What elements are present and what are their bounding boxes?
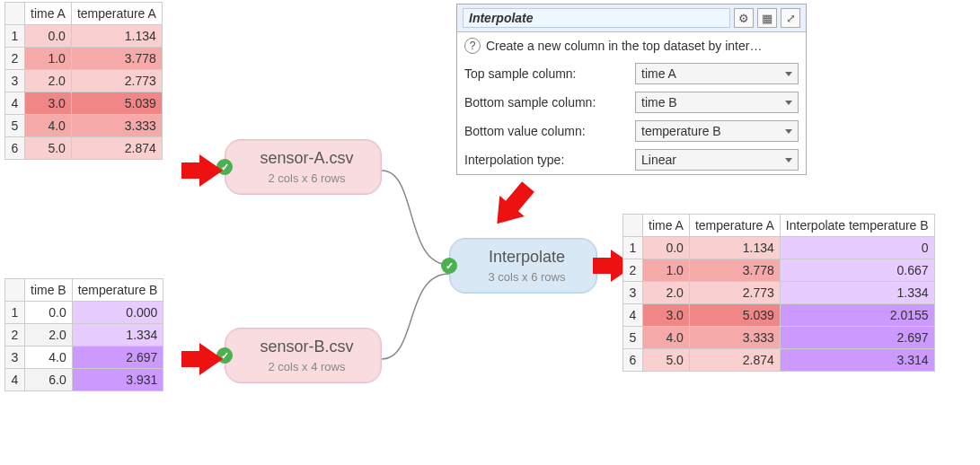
top-sample-combo[interactable]: time A (635, 63, 799, 84)
node-title: Interpolate (477, 248, 577, 267)
col-header: temperature A (689, 215, 780, 237)
field-label: Top sample column: (464, 66, 635, 81)
help-icon[interactable]: ? (464, 38, 481, 54)
panel-title: Interpolate (463, 8, 730, 28)
node-sensor-a[interactable]: ✓ sensor-A.csv 2 cols x 6 rows (225, 139, 382, 195)
node-title: sensor-A.csv (252, 149, 361, 168)
corner (5, 3, 25, 25)
grid-icon[interactable]: ▦ (757, 8, 777, 28)
col-header: Interpolate temperature B (780, 215, 934, 237)
node-interpolate[interactable]: ✓ Interpolate 3 cols x 6 rows > (449, 238, 597, 294)
panel-description: Create a new column in the top dataset b… (486, 39, 762, 53)
status-ok-icon: ✓ (441, 258, 457, 274)
corner (623, 215, 643, 237)
table-output: time A temperature A Interpolate tempera… (622, 214, 935, 372)
col-header: temperature A (71, 3, 162, 25)
table-sensor-b: time B temperature B 10.00.000 22.01.334… (4, 278, 163, 391)
col-header: time A (25, 3, 72, 25)
field-label: Bottom value column: (464, 124, 635, 138)
corner (5, 279, 25, 302)
field-label: Interpolation type: (464, 153, 635, 167)
node-subtitle: 2 cols x 6 rows (252, 171, 361, 185)
properties-panel: Interpolate ⚙ ▦ ⤢ ? Create a new column … (456, 4, 807, 175)
expand-icon[interactable]: ⤢ (781, 8, 800, 28)
node-subtitle: 3 cols x 6 rows (477, 270, 577, 284)
col-header: time A (643, 215, 690, 237)
table-sensor-a: time A temperature A 10.01.134 21.03.778… (4, 2, 163, 160)
node-subtitle: 2 cols x 4 rows (252, 360, 361, 373)
interpolation-type-combo[interactable]: Linear (635, 149, 799, 171)
col-header: temperature B (72, 279, 163, 302)
bottom-value-combo[interactable]: temperature B (635, 120, 799, 142)
bottom-sample-combo[interactable]: time B (635, 92, 799, 113)
node-title: sensor-B.csv (252, 338, 361, 356)
col-header: time B (25, 279, 73, 302)
gear-icon[interactable]: ⚙ (734, 8, 754, 28)
field-label: Bottom sample column: (464, 95, 635, 110)
node-sensor-b[interactable]: ✓ sensor-B.csv 2 cols x 4 rows (225, 328, 382, 383)
